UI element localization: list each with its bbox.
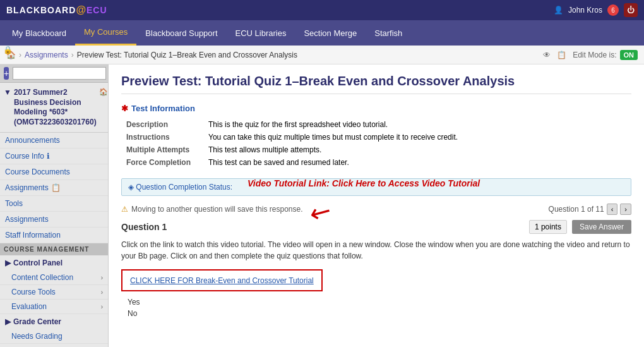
course-management-label: COURSE MANAGEMENT [0,243,108,255]
table-row: Multiple Attempts This test allows multi… [121,143,631,156]
sidebar: + 📁 ↻ ↕ ▼ 2017 Summer2 Business Decision… [0,64,109,347]
lock-icon: 🔒 [3,46,13,54]
breadcrumb-current-page: Preview Test: Tutorial Quiz 1–Break Even… [77,51,297,59]
announcements-label: Announcements [5,136,60,145]
breadcrumb-icons: 👁 📋 Edit Mode is: ON [543,50,638,60]
edit-mode-label: Edit Mode is: [573,51,616,59]
nav-starfish[interactable]: Starfish [366,20,411,46]
table-row: Description This is the quiz for the fir… [121,118,631,131]
collapse-arrow: ▼ [4,88,11,97]
sidebar-item-staff-info[interactable]: Staff Information [0,228,108,243]
sidebar-item-course-documents[interactable]: Course Documents [0,164,108,180]
add-button[interactable]: + [4,67,9,80]
course-title: 2017 Summer2 Business Decision Modeling … [14,88,97,127]
expand-icon: › [101,274,103,281]
instructions-value: You can take this quiz multiple times bu… [203,131,631,143]
power-button[interactable]: ⏻ [624,3,638,17]
sidebar-needs-grading[interactable]: Needs Grading [0,329,108,344]
question-actions: 1 points Save Answer [529,220,631,234]
course-documents-label: Course Documents [5,167,70,176]
multiple-attempts-value: This test allows multiple attempts. [203,143,631,156]
sidebar-search-input[interactable] [13,67,106,80]
nav-my-blackboard[interactable]: My Blackboard [3,20,75,46]
sidebar-evaluation[interactable]: Evaluation › [0,300,108,314]
video-link[interactable]: CLICK HERE FOR Break-Even and Crossover … [130,276,314,285]
warning-text: ⚠ Moving to another question will save t… [121,205,302,214]
home-icon-small: 🏠 [99,88,108,96]
test-info-header: ✱ Test Information [121,104,631,113]
force-completion-value: This test can be saved and resumed later… [203,156,631,169]
clipboard-icon[interactable]: 📋 [557,51,566,59]
user-icon: 👤 [554,6,563,15]
sidebar-item-announcements[interactable]: Announcements [0,133,108,149]
nav-section-merge[interactable]: Section Merge [295,20,366,46]
sidebar-item-assignments-1[interactable]: Assignments 📋 [0,180,108,196]
video-link-box: CLICK HERE FOR Break-Even and Crossover … [121,269,323,291]
triangle-icon-2: ▶ [5,317,11,326]
info-icon: ℹ [47,152,50,161]
logo-blackboard: BLACKBOARD@ECU [6,4,107,16]
assignments-2-label: Assignments [5,215,49,224]
assignments-icon: 📋 [51,183,61,192]
test-info-table: Description This is the quiz for the fir… [121,118,631,169]
expand-icon: › [101,303,103,310]
top-bar: BLACKBOARD@ECU 👤 John Kros 6 ⏻ [0,0,644,20]
triangle-icon: ▶ [5,259,11,267]
breadcrumb-bar: 🏠 › Assignments › Preview Test: Tutorial… [0,46,644,64]
user-name: John Kros [568,6,602,15]
table-row: Instructions You can take this quiz mult… [121,131,631,143]
force-completion-label: Force Completion [121,156,203,169]
table-row: Force Completion This test can be saved … [121,156,631,169]
staff-info-label: Staff Information [5,231,61,240]
user-area: 👤 John Kros 6 ⏻ [554,3,638,17]
sidebar-item-course-info[interactable]: Course Info ℹ [0,149,108,164]
instructions-label: Instructions [121,131,203,143]
page-title: Preview Test: Tutorial Quiz 1–Break Even… [121,74,631,94]
logo-area: BLACKBOARD@ECU [6,4,107,16]
sidebar-course-tools[interactable]: Course Tools › [0,285,108,300]
question-nav: Question 1 of 11 ‹ › [549,204,631,215]
description-label: Description [121,118,203,131]
nav-my-courses[interactable]: My Courses [75,20,136,46]
breadcrumb-assignments-link[interactable]: Assignments [25,51,68,59]
video-tutorial-annotation: Video Tutorial Link: Click Here to Acces… [247,178,480,188]
sidebar-toolbar: + 📁 ↻ ↕ [0,64,108,83]
nav-ecu-libraries[interactable]: ECU Libraries [227,20,295,46]
warning-row: ⚠ Moving to another question will save t… [121,204,631,215]
next-question-button[interactable]: › [620,204,631,215]
sidebar-content-collection[interactable]: Content Collection › [0,271,108,285]
question-label: Question 1 [121,222,167,232]
question-text: Click on the link to watch this video tu… [121,239,631,262]
sidebar-item-tools[interactable]: Tools [0,196,108,212]
question-area: Video Tutorial Link: Click Here to Acces… [121,204,631,319]
description-value: This is the quiz for the first spreadshe… [203,118,631,131]
course-section: ▼ 2017 Summer2 Business Decision Modelin… [0,83,108,133]
eye-icon[interactable]: 👁 [543,51,551,59]
expand-icon: › [101,289,103,296]
sidebar-item-assignments-2[interactable]: Assignments [0,212,108,228]
nav-bar: My Blackboard My Courses Blackboard Supp… [0,20,644,46]
tools-label: Tools [5,199,23,208]
main-layout: + 📁 ↻ ↕ ▼ 2017 Summer2 Business Decision… [0,64,644,347]
answer-no[interactable]: No [128,308,631,319]
warning-icon: ⚠ [121,205,128,214]
assignments-1-label: Assignments [5,183,49,192]
sidebar-grade-center[interactable]: ▶ Grade Center [0,314,108,329]
save-answer-button[interactable]: Save Answer [572,220,631,234]
course-info-label: Course Info [5,152,44,161]
answer-yes[interactable]: Yes [128,296,631,308]
content-area: Preview Test: Tutorial Quiz 1–Break Even… [109,64,644,347]
nav-blackboard-support[interactable]: Blackboard Support [136,20,226,46]
test-info-section: ✱ Test Information Description This is t… [121,104,631,169]
points-badge: 1 points [529,220,567,234]
edit-mode-area: Edit Mode is: ON [573,50,638,60]
question-header-row: Question 1 1 points Save Answer [121,220,631,234]
edit-mode-toggle[interactable]: ON [620,50,638,60]
prev-question-button[interactable]: ‹ [607,204,618,215]
multiple-attempts-label: Multiple Attempts [121,143,203,156]
sidebar-control-panel[interactable]: ▶ Control Panel [0,255,108,271]
required-star: ✱ [121,104,128,113]
course-header[interactable]: ▼ 2017 Summer2 Business Decision Modelin… [4,88,104,127]
notification-badge[interactable]: 6 [607,4,619,16]
